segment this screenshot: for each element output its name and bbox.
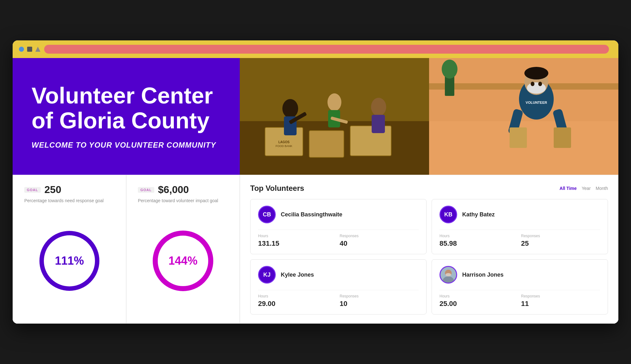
circle-chart-2: 144% xyxy=(151,229,215,292)
hours-label-1: Hours xyxy=(439,234,519,238)
address-bar[interactable] xyxy=(44,45,609,54)
browser-window: Volunteer Center of Gloria County WELCOM… xyxy=(13,40,618,324)
volunteers-grid: CB Cecilia Bassingthwaite Hours 131.15 R… xyxy=(250,199,608,314)
volunteer-top-0: CB Cecilia Bassingthwaite xyxy=(258,206,419,223)
hero-subtitle: WELCOME TO YOUR VOLUNTEER COMMUNITY xyxy=(32,141,221,150)
volunteer-name-0: Cecilia Bassingthwaite xyxy=(281,211,342,218)
hours-value-0: 131.15 xyxy=(258,239,337,248)
volunteer-hours-col-2: Hours 29.00 xyxy=(258,294,337,308)
stat-description-2: Percentage toward volunteer impact goal xyxy=(138,198,228,203)
dot-blue-icon xyxy=(19,47,24,52)
svg-point-9 xyxy=(327,93,341,111)
svg-point-7 xyxy=(282,99,298,118)
hours-value-3: 25.00 xyxy=(439,300,519,308)
circle-label-1: 111% xyxy=(55,254,84,267)
hero-banner: Volunteer Center of Gloria County WELCOM… xyxy=(13,58,618,175)
volunteer-top-1: KB Kathy Batez xyxy=(439,206,600,223)
svg-rect-29 xyxy=(554,127,571,148)
hero-image-volunteer: VOLUNTEER xyxy=(429,58,618,175)
volunteer-top-2: KJ Kylee Jones xyxy=(258,266,419,284)
hours-value-2: 29.00 xyxy=(258,300,337,308)
volunteer-stats-0: Hours 131.15 Responses 40 xyxy=(258,230,419,248)
volunteer-responses-col-2: Responses 10 xyxy=(340,294,419,308)
svg-point-19 xyxy=(442,60,457,79)
svg-point-23 xyxy=(531,82,534,86)
svg-point-34 xyxy=(445,273,451,277)
volunteer-initials-0: CB xyxy=(263,211,271,218)
svg-rect-28 xyxy=(510,127,527,148)
svg-rect-3 xyxy=(309,131,344,157)
volunteer-card-2: KJ Kylee Jones Hours 29.00 Responses xyxy=(250,259,427,314)
goal-badge-2: GOAL xyxy=(138,187,154,193)
volunteer-name-3: Harrison Jones xyxy=(462,272,504,278)
circle-chart-1: 111% xyxy=(38,229,101,292)
volunteer-avatar-0: CB xyxy=(258,206,276,223)
svg-point-24 xyxy=(538,82,542,86)
volunteer-stats-1: Hours 85.98 Responses 25 xyxy=(439,230,600,248)
hours-label-2: Hours xyxy=(258,294,337,298)
volunteers-filters: All Time Year Month xyxy=(560,186,608,191)
volunteer-avatar-3 xyxy=(439,266,457,284)
svg-text:VOLUNTEER: VOLUNTEER xyxy=(526,101,547,104)
filter-year[interactable]: Year xyxy=(582,186,591,191)
volunteers-header: Top Volunteers All Time Year Month xyxy=(250,184,608,193)
volunteers-title: Top Volunteers xyxy=(250,184,304,193)
hours-label-3: Hours xyxy=(439,294,519,298)
goal-value-1: 250 xyxy=(44,184,61,196)
hero-text-section: Volunteer Center of Gloria County WELCOM… xyxy=(13,58,240,175)
goal-header-1: GOAL 250 xyxy=(24,184,115,196)
circle-container-1: 111% xyxy=(24,209,115,312)
volunteer-responses-col-1: Responses 25 xyxy=(521,234,600,248)
volunteers-section: Top Volunteers All Time Year Month CB xyxy=(240,175,618,324)
hero-image-food: LAGOS FOOD BANK xyxy=(240,58,429,175)
responses-label-3: Responses xyxy=(521,294,600,298)
dot-square-icon xyxy=(27,47,32,52)
filter-all-time[interactable]: All Time xyxy=(560,186,577,191)
svg-text:FOOD BANK: FOOD BANK xyxy=(275,144,292,148)
stat-card-need-response: GOAL 250 Percentage towards need respons… xyxy=(13,175,126,324)
volunteer-hours-col-3: Hours 25.00 xyxy=(439,294,519,308)
svg-text:LAGOS: LAGOS xyxy=(278,140,290,144)
hero-title: Volunteer Center of Gloria County xyxy=(32,83,221,133)
responses-label-2: Responses xyxy=(340,294,419,298)
goal-value-2: $6,000 xyxy=(158,184,189,196)
hero-images: LAGOS FOOD BANK xyxy=(240,58,618,175)
volunteer-name-2: Kylee Jones xyxy=(281,272,314,278)
volunteer-stats-2: Hours 29.00 Responses 10 xyxy=(258,290,419,308)
svg-rect-12 xyxy=(372,115,385,133)
responses-label-1: Responses xyxy=(521,234,600,238)
responses-value-3: 11 xyxy=(521,300,600,308)
volunteer-photo-svg-3 xyxy=(440,266,456,284)
hours-label-0: Hours xyxy=(258,234,337,238)
goal-badge-1: GOAL xyxy=(24,187,41,193)
svg-point-25 xyxy=(524,67,548,79)
volunteer-card-0: CB Cecilia Bassingthwaite Hours 131.15 R… xyxy=(250,199,427,254)
svg-rect-4 xyxy=(350,126,391,156)
responses-value-1: 25 xyxy=(521,239,600,248)
circle-label-2: 144% xyxy=(168,254,198,267)
volunteer-stats-3: Hours 25.00 Responses 11 xyxy=(439,290,600,308)
volunteer-initials-1: KB xyxy=(444,211,452,218)
svg-point-11 xyxy=(371,98,386,116)
responses-label-0: Responses xyxy=(340,234,419,238)
volunteer-avatar-1: KB xyxy=(439,206,457,223)
stat-description-1: Percentage towards need response goal xyxy=(24,198,115,203)
volunteer-responses-col-0: Responses 40 xyxy=(340,234,419,248)
volunteer-responses-col-3: Responses 11 xyxy=(521,294,600,308)
responses-value-2: 10 xyxy=(340,300,419,308)
volunteer-initials-2: KJ xyxy=(263,272,270,278)
volunteer-hours-col-0: Hours 131.15 xyxy=(258,234,337,248)
browser-dots xyxy=(19,47,40,52)
app-content: Volunteer Center of Gloria County WELCOM… xyxy=(13,58,618,324)
volunteer-name-1: Kathy Batez xyxy=(462,211,495,218)
filter-month[interactable]: Month xyxy=(596,186,608,191)
volunteer-hours-col-1: Hours 85.98 xyxy=(439,234,519,248)
volunteer-card-1: KB Kathy Batez Hours 85.98 Responses xyxy=(432,199,608,254)
stats-row: GOAL 250 Percentage towards need respons… xyxy=(13,175,618,324)
volunteer-avatar-2: KJ xyxy=(258,266,276,284)
svg-point-22 xyxy=(527,82,546,94)
dot-triangle-icon xyxy=(35,47,40,52)
responses-value-0: 40 xyxy=(340,239,419,248)
circle-container-2: 144% xyxy=(138,209,228,312)
volunteer-top-3: Harrison Jones xyxy=(439,266,600,284)
